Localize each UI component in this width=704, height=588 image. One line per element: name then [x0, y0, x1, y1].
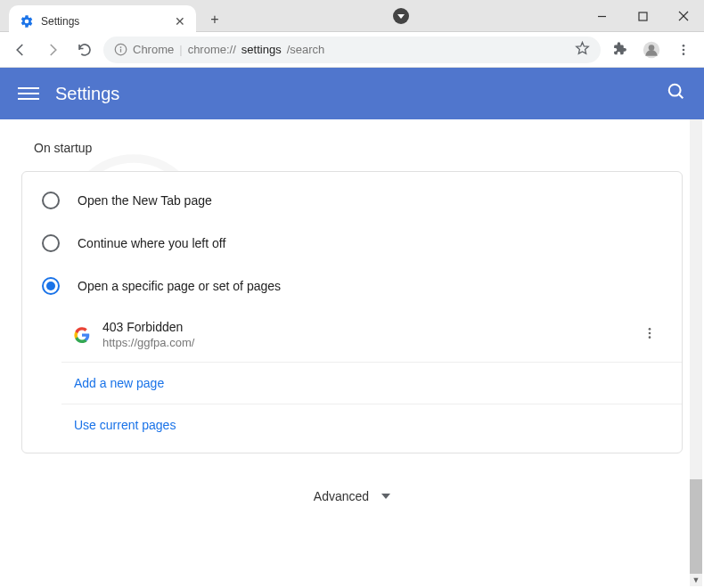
radio-continue[interactable]: Continue where you left off — [22, 222, 682, 265]
shield-icon[interactable] — [393, 8, 409, 24]
startup-panel: Open the New Tab page Continue where you… — [21, 171, 683, 453]
star-icon[interactable] — [575, 41, 590, 59]
svg-point-5 — [120, 46, 122, 48]
url-path-rest: /search — [287, 43, 325, 56]
radio-icon — [42, 192, 60, 209]
svg-point-8 — [649, 45, 655, 51]
svg-point-10 — [683, 48, 685, 51]
window-controls — [581, 0, 704, 32]
startup-page-list: 403 Forbidden https://ggfpa.com/ Add a n… — [22, 307, 682, 445]
forward-button[interactable] — [39, 37, 66, 63]
close-icon[interactable]: ✕ — [175, 14, 185, 29]
advanced-toggle[interactable]: Advanced — [21, 489, 683, 503]
radio-label: Continue where you left off — [78, 236, 225, 250]
info-icon — [114, 43, 127, 56]
settings-content: On startup Open the New Tab page Continu… — [0, 119, 704, 587]
page-url-text: https://ggfpa.com/ — [102, 336, 625, 349]
menu-dots-icon[interactable] — [670, 37, 697, 63]
section-title: On startup — [34, 141, 683, 155]
svg-point-18 — [649, 336, 651, 339]
use-current-link[interactable]: Use current pages — [74, 418, 176, 432]
radio-new-tab[interactable]: Open the New Tab page — [22, 179, 682, 222]
svg-line-13 — [679, 94, 684, 99]
page-info: 403 Forbidden https://ggfpa.com/ — [102, 320, 625, 349]
back-button[interactable] — [7, 37, 34, 63]
svg-rect-1 — [639, 12, 647, 20]
address-bar[interactable]: Chrome | chrome://settings/search — [103, 37, 601, 63]
advanced-label: Advanced — [314, 489, 369, 503]
page-title-text: 403 Forbidden — [102, 320, 625, 334]
google-favicon — [74, 327, 90, 343]
url-prefix: Chrome — [133, 43, 174, 56]
browser-tab[interactable]: Settings ✕ — [9, 5, 196, 37]
browser-toolbar: Chrome | chrome://settings/search — [0, 32, 704, 68]
url-domain: chrome:// — [188, 43, 236, 56]
svg-point-16 — [649, 328, 651, 331]
add-page-link[interactable]: Add a new page — [74, 376, 164, 390]
settings-header: Settings — [0, 68, 704, 119]
reload-button[interactable] — [71, 37, 98, 63]
svg-point-12 — [669, 85, 681, 96]
extensions-icon[interactable] — [606, 37, 633, 63]
search-icon[interactable] — [667, 82, 686, 105]
profile-icon[interactable] — [638, 37, 665, 63]
svg-point-17 — [649, 331, 651, 334]
startup-page-row: 403 Forbidden https://ggfpa.com/ — [61, 307, 682, 363]
window-titlebar: Settings ✕ + — [0, 0, 704, 32]
close-window-button[interactable] — [663, 0, 704, 32]
radio-specific-pages[interactable]: Open a specific page or set of pages — [22, 265, 682, 307]
radio-label: Open a specific page or set of pages — [78, 279, 281, 293]
hamburger-icon[interactable] — [18, 83, 39, 104]
radio-icon — [42, 234, 60, 252]
add-page-row[interactable]: Add a new page — [61, 363, 682, 404]
new-tab-button[interactable]: + — [201, 6, 228, 33]
svg-point-11 — [683, 53, 685, 55]
maximize-button[interactable] — [622, 0, 663, 32]
svg-point-9 — [683, 45, 685, 47]
gear-icon — [20, 14, 34, 29]
chevron-down-icon — [381, 494, 390, 499]
url-path-bold: settings — [241, 43, 282, 56]
radio-label: Open the New Tab page — [78, 193, 212, 208]
svg-rect-6 — [120, 49, 121, 53]
minimize-button[interactable] — [581, 0, 622, 32]
tab-title: Settings — [41, 15, 79, 28]
page-title: Settings — [55, 84, 119, 104]
use-current-row[interactable]: Use current pages — [61, 404, 682, 445]
more-vert-icon[interactable] — [637, 326, 662, 344]
radio-icon — [42, 277, 60, 295]
